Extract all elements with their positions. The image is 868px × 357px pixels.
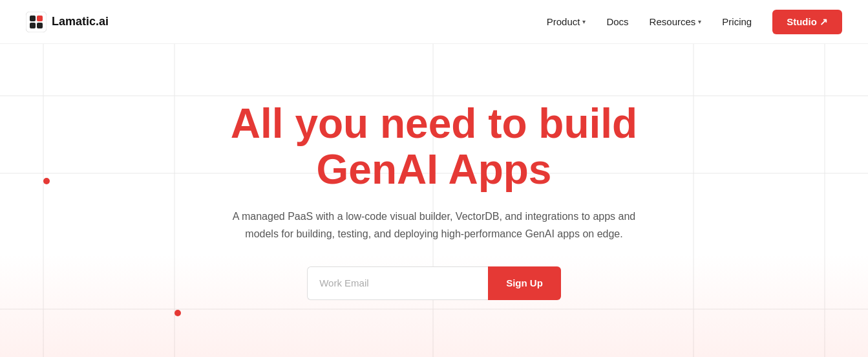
hero-section: All you need to build GenAI Apps A manag…: [0, 44, 868, 357]
nav-docs[interactable]: Docs: [606, 16, 628, 27]
hero-content: All you need to build GenAI Apps A manag…: [228, 101, 641, 299]
hero-subtitle: A managed PaaS with a low-code visual bu…: [228, 208, 641, 243]
logo-icon: [26, 12, 47, 32]
svg-rect-5: [37, 23, 43, 28]
studio-button[interactable]: Studio ↗: [772, 10, 842, 34]
nav-links: Product ▾ Docs Resources ▾ Pricing Studi…: [547, 10, 842, 34]
logo-text: Lamatic.ai: [52, 15, 109, 28]
navbar: Lamatic.ai Product ▾ Docs Resources ▾ Pr…: [0, 0, 868, 44]
resources-chevron-icon: ▾: [698, 18, 701, 25]
nav-product[interactable]: Product ▾: [547, 16, 586, 27]
svg-rect-3: [37, 16, 43, 21]
svg-rect-4: [30, 23, 36, 28]
red-dot-1: [43, 178, 50, 184]
hero-title: All you need to build GenAI Apps: [228, 101, 641, 192]
product-chevron-icon: ▾: [582, 18, 586, 25]
nav-resources[interactable]: Resources ▾: [650, 16, 702, 27]
logo[interactable]: Lamatic.ai: [26, 12, 109, 32]
svg-rect-2: [30, 16, 36, 21]
email-input[interactable]: [307, 266, 488, 300]
nav-pricing[interactable]: Pricing: [722, 16, 752, 27]
hero-cta: Sign Up: [228, 266, 641, 300]
red-dot-2: [175, 310, 181, 316]
signup-button[interactable]: Sign Up: [488, 266, 561, 300]
